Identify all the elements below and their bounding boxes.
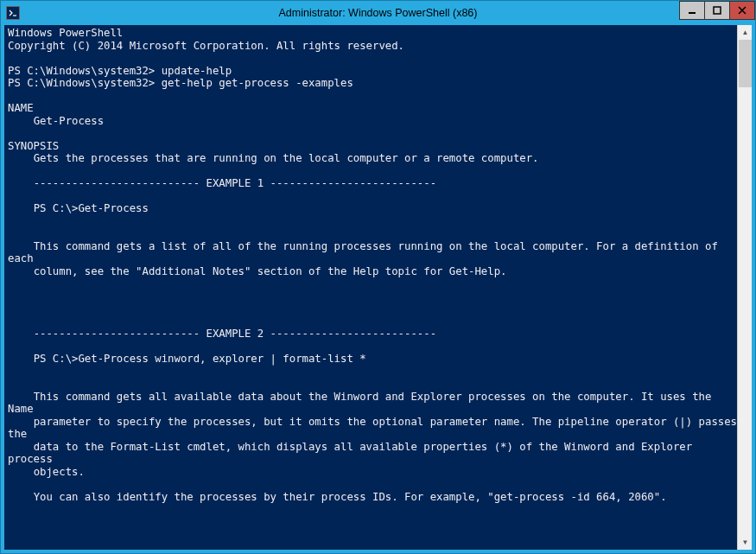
console-line: Copyright (C) 2014 Microsoft Corporation… [8,40,404,52]
example-body: parameter to specify the processes, but … [8,416,737,441]
scroll-up-button[interactable]: ▲ [738,25,752,40]
example-body: column, see the "Additional Notes" secti… [8,265,506,277]
scroll-thumb[interactable] [739,40,752,87]
console-line: Windows PowerShell [8,27,123,39]
vertical-scrollbar[interactable]: ▲ ▼ [737,25,752,550]
prompt-command: get-help get-process -examples [162,77,353,89]
titlebar[interactable]: Administrator: Windows PowerShell (x86) [1,1,755,25]
app-window: Administrator: Windows PowerShell (x86) … [0,0,756,554]
scroll-down-button[interactable]: ▼ [738,535,752,550]
help-section-value: Gets the processes that are running on t… [8,152,539,164]
maximize-button[interactable] [704,1,730,20]
client-area: Windows PowerShell Copyright (C) 2014 Mi… [4,25,752,550]
window-buttons [680,1,755,20]
example-body: This command gets a list of all of the r… [8,240,724,265]
example-prompt: PS C:\>Get-Process [8,202,149,214]
window-title: Administrator: Windows PowerShell (x86) [1,7,755,19]
example-header: -------------------------- EXAMPLE 2 ---… [8,328,436,340]
minimize-button[interactable] [679,1,705,20]
example-body: data to the Format-List cmdlet, which di… [8,441,699,466]
help-section-value: Get-Process [8,115,104,127]
prompt-command: update-help [162,65,232,77]
powershell-icon [6,6,20,20]
example-body: You can also identify the processes by t… [8,491,667,503]
example-header: -------------------------- EXAMPLE 1 ---… [8,177,436,189]
console-output[interactable]: Windows PowerShell Copyright (C) 2014 Mi… [4,25,737,550]
prompt-path: PS C:\Windows\system32> [8,65,155,77]
close-button[interactable] [729,1,755,20]
svg-rect-1 [714,7,721,14]
help-section-label: NAME [8,102,34,114]
prompt-path: PS C:\Windows\system32> [8,77,155,89]
svg-rect-0 [689,12,696,14]
help-section-label: SYNOPSIS [8,140,59,152]
example-body: This command gets all available data abo… [8,391,718,416]
example-prompt: PS C:\>Get-Process winword, explorer | f… [8,353,366,365]
example-body: objects. [8,466,85,478]
